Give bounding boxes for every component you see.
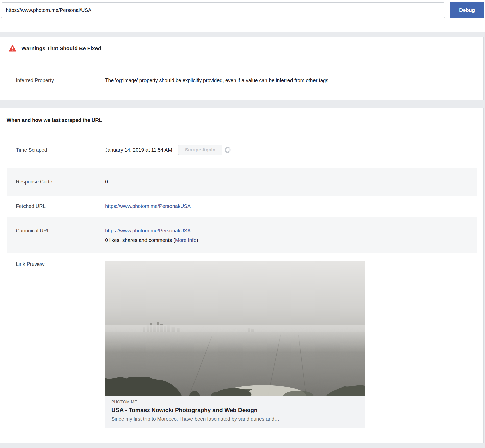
scrape-info-card: When and how we last scraped the URL Tim… [0, 108, 484, 443]
link-preview-card[interactable]: PHOTOM.ME USA - Tomasz Nowicki Photograp… [105, 261, 365, 428]
sharing-debugger-page: Debug Warnings That Should Be Fixed Infe… [0, 0, 485, 448]
fetched-url-link[interactable]: https://www.photom.me/Personal/USA [105, 203, 191, 209]
preview-photo [105, 261, 365, 396]
debug-button[interactable]: Debug [450, 2, 484, 18]
warnings-header: Warnings That Should Be Fixed [0, 37, 483, 60]
url-debug-bar: Debug [0, 0, 485, 32]
preview-text-block: PHOTOM.ME USA - Tomasz Nowicki Photograp… [105, 396, 365, 428]
preview-domain: PHOTOM.ME [111, 400, 358, 404]
engagement-prefix: 0 likes, shares and comments ( [105, 237, 175, 243]
canonical-url-link[interactable]: https://www.photom.me/Personal/USA [105, 228, 191, 233]
warning-row: Inferred Property The 'og:image' propert… [0, 60, 483, 100]
canonical-url-value-wrap: https://www.photom.me/Personal/USA 0 lik… [105, 228, 198, 243]
response-code-value: 0 [105, 179, 108, 185]
scrape-section-title: When and how we last scraped the URL [7, 117, 102, 123]
scrape-section-header: When and how we last scraped the URL [0, 108, 483, 132]
engagement-line: 0 likes, shares and comments (More Info) [105, 237, 198, 243]
warnings-title: Warnings That Should Be Fixed [21, 45, 101, 51]
link-preview-row: Link Preview [7, 253, 477, 444]
warnings-card: Warnings That Should Be Fixed Inferred P… [0, 37, 484, 100]
fetched-url-label: Fetched URL [16, 203, 105, 209]
engagement-suffix: ) [196, 237, 198, 243]
section-gap [0, 100, 485, 108]
warning-row-label: Inferred Property [16, 77, 105, 83]
scrape-again-button[interactable]: Scrape Again [178, 145, 222, 155]
page-bottom-gap [0, 443, 485, 448]
fetched-url-row: Fetched URL https://www.photom.me/Person… [7, 196, 477, 217]
time-scraped-label: Time Scraped [16, 147, 105, 153]
warning-row-value: The 'og:image' property should be explic… [105, 77, 330, 83]
scrape-table: Time Scraped January 14, 2019 at 11:54 A… [7, 132, 477, 444]
response-code-label: Response Code [16, 179, 105, 185]
preview-title: USA - Tomasz Nowicki Photography and Web… [111, 407, 358, 414]
canonical-url-label: Canonical URL [16, 228, 105, 234]
warning-triangle-icon [8, 45, 17, 52]
time-scraped-value-wrap: January 14, 2019 at 11:54 AM Scrape Agai… [105, 145, 231, 155]
url-input[interactable] [1, 2, 445, 18]
more-info-link[interactable]: More Info [175, 237, 196, 243]
preview-description: Since my first trip to Morocco, I have b… [111, 416, 358, 422]
response-code-row: Response Code 0 [7, 168, 477, 196]
canonical-url-row: Canonical URL https://www.photom.me/Pers… [7, 217, 477, 253]
time-scraped-value: January 14, 2019 at 11:54 AM [105, 147, 172, 153]
loading-spinner-icon [225, 147, 231, 153]
link-preview-label: Link Preview [16, 261, 105, 267]
section-gap [0, 32, 485, 37]
time-scraped-row: Time Scraped January 14, 2019 at 11:54 A… [7, 132, 477, 168]
